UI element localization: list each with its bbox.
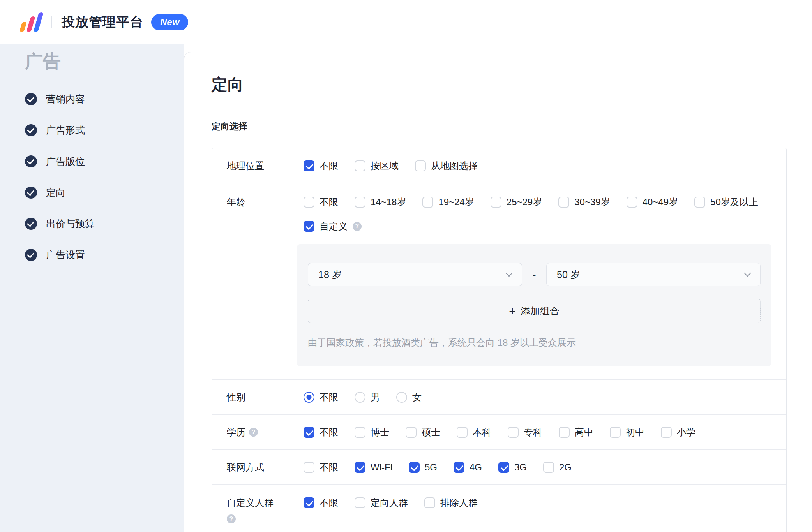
checkbox[interactable]: [610, 427, 621, 438]
checkbox-option-net-unlimited[interactable]: 不限: [304, 461, 338, 474]
option-label: 14~18岁: [371, 196, 406, 208]
row-label-text: 性别: [227, 391, 245, 403]
option-label: 硕士: [422, 426, 440, 439]
oceanengine-logo-icon: [17, 11, 44, 33]
checkbox[interactable]: [543, 462, 554, 473]
help-icon[interactable]: ?: [227, 514, 236, 523]
checkbox-option-age-unlimited[interactable]: 不限: [304, 196, 338, 208]
checkbox[interactable]: [355, 497, 365, 508]
checkbox-option-age-custom[interactable]: 自定义 ?: [304, 220, 362, 233]
radio-option-gender-female[interactable]: 女: [396, 391, 422, 403]
age-min-select[interactable]: 18 岁: [308, 263, 522, 286]
checkbox[interactable]: [304, 462, 314, 473]
checkbox[interactable]: [304, 497, 314, 508]
checkbox[interactable]: [661, 427, 672, 438]
checkbox-option-edu-middleschool[interactable]: 初中: [610, 426, 644, 439]
checkbox-option-edu-master[interactable]: 硕士: [406, 426, 440, 439]
age-custom-line: 自定义 ?: [304, 220, 771, 233]
checkbox[interactable]: [415, 160, 426, 171]
checkbox[interactable]: [304, 160, 314, 171]
checkbox[interactable]: [406, 427, 417, 438]
radio[interactable]: [396, 392, 407, 403]
checkbox-option-by-region[interactable]: 按区域: [355, 160, 399, 172]
checkbox-option-edu-bachelor[interactable]: 本科: [457, 426, 491, 439]
check-circle-icon: [25, 187, 37, 199]
option-label: 女: [412, 391, 422, 403]
checkbox-option-age-30-39[interactable]: 30~39岁: [558, 196, 610, 208]
checkbox-option-edu-doctor[interactable]: 博士: [355, 426, 389, 439]
option-label: 专科: [524, 426, 542, 439]
checkbox[interactable]: [491, 197, 501, 208]
option-label: Wi-Fi: [371, 462, 392, 473]
checkbox[interactable]: [304, 197, 314, 208]
checkbox-option-audience-excluded[interactable]: 排除人群: [424, 497, 478, 509]
checkbox[interactable]: [627, 197, 637, 208]
checkbox-option-age-14-18[interactable]: 14~18岁: [355, 196, 406, 208]
checkbox[interactable]: [422, 197, 433, 208]
age-max-select[interactable]: 50 岁: [546, 263, 761, 286]
checkbox[interactable]: [355, 160, 365, 171]
checkbox-option-edu-college[interactable]: 专科: [508, 426, 542, 439]
checkbox-option-edu-highschool[interactable]: 高中: [559, 426, 593, 439]
row-location: 地理位置 不限 按区域 从地图选择: [212, 148, 786, 183]
radio[interactable]: [304, 392, 314, 403]
checkbox[interactable]: [424, 497, 435, 508]
sidebar-item-bid-budget[interactable]: 出价与预算: [25, 208, 184, 239]
checkbox-option-from-map[interactable]: 从地图选择: [415, 160, 478, 172]
help-icon[interactable]: ?: [353, 222, 362, 231]
checkbox-option-net-3g[interactable]: 3G: [498, 462, 527, 473]
checkbox-option-net-wifi[interactable]: Wi-Fi: [355, 462, 392, 473]
checkbox-option-edu-primary[interactable]: 小学: [661, 426, 695, 439]
checkbox-option-age-25-29[interactable]: 25~29岁: [491, 196, 542, 208]
checkbox-option-age-50-plus[interactable]: 50岁及以上: [694, 196, 758, 208]
option-label: 从地图选择: [431, 160, 478, 172]
checkbox[interactable]: [558, 197, 569, 208]
checkbox[interactable]: [559, 427, 570, 438]
option-label: 按区域: [371, 160, 399, 172]
checkbox-option-age-19-24[interactable]: 19~24岁: [422, 196, 474, 208]
option-label: 自定义: [320, 220, 348, 233]
row-custom-audience-options: 不限 定向人群 排除人群: [304, 485, 478, 509]
option-label: 定向人群: [371, 497, 408, 509]
checkbox[interactable]: [304, 221, 314, 232]
checkbox[interactable]: [454, 462, 464, 473]
option-label: 40~49岁: [643, 196, 678, 208]
sidebar-steps: 营销内容 广告形式 广告版位 定向 出价与预算 广告设置: [25, 83, 184, 270]
radio[interactable]: [355, 392, 365, 403]
row-age: 年龄 不限 14~18岁: [212, 183, 786, 380]
radio-option-gender-unlimited[interactable]: 不限: [304, 391, 338, 403]
sidebar-item-ad-format[interactable]: 广告形式: [25, 115, 184, 146]
checkbox[interactable]: [694, 197, 705, 208]
option-label: 本科: [473, 426, 491, 439]
checkbox-option-age-40-49[interactable]: 40~49岁: [627, 196, 678, 208]
radio-option-gender-male[interactable]: 男: [355, 391, 380, 403]
add-combination-button[interactable]: + 添加组合: [308, 299, 761, 323]
checkbox[interactable]: [355, 197, 365, 208]
checkbox-option-location-unlimited[interactable]: 不限: [304, 160, 338, 172]
checkbox-option-audience-unlimited[interactable]: 不限: [304, 497, 338, 509]
checkbox-option-net-4g[interactable]: 4G: [454, 462, 482, 473]
sidebar-item-marketing-content[interactable]: 营销内容: [25, 83, 184, 115]
option-label: 4G: [470, 462, 482, 473]
sidebar-item-targeting[interactable]: 定向: [25, 177, 184, 208]
sidebar-item-ad-settings[interactable]: 广告设置: [25, 239, 184, 270]
checkbox-option-net-5g[interactable]: 5G: [409, 462, 437, 473]
checkbox[interactable]: [508, 427, 519, 438]
checkbox[interactable]: [457, 427, 468, 438]
checkbox[interactable]: [498, 462, 509, 473]
checkbox[interactable]: [409, 462, 420, 473]
checkbox[interactable]: [355, 427, 365, 438]
check-circle-icon: [25, 93, 37, 105]
row-label-text: 地理位置: [227, 160, 264, 172]
checkbox-option-audience-targeted[interactable]: 定向人群: [355, 497, 408, 509]
row-gender-label: 性别: [212, 391, 304, 403]
row-label-text: 联网方式: [227, 461, 264, 474]
checkbox[interactable]: [355, 462, 365, 473]
checkbox-option-net-2g[interactable]: 2G: [543, 462, 572, 473]
sidebar-item-ad-placement[interactable]: 广告版位: [25, 146, 184, 177]
help-icon[interactable]: ?: [249, 428, 258, 437]
checkbox[interactable]: [304, 427, 314, 438]
checkbox-option-edu-unlimited[interactable]: 不限: [304, 426, 338, 439]
page-title: 定向: [212, 74, 812, 95]
option-label: 5G: [425, 462, 437, 473]
